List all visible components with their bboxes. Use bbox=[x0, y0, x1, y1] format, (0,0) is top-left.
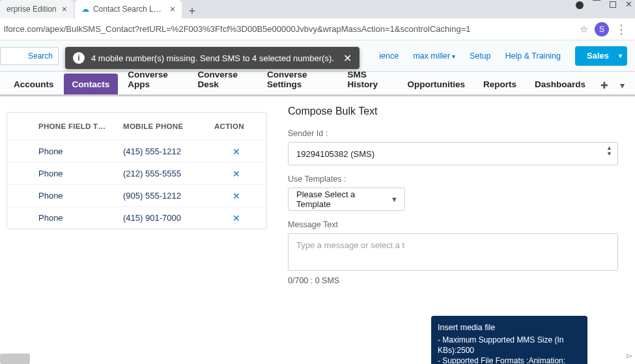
cell-type: Phone bbox=[35, 147, 119, 156]
browser-tab-strip: erprise Edition × ☁ Contact Search Layou… bbox=[0, 0, 635, 18]
close-icon[interactable]: × bbox=[62, 4, 67, 14]
template-select[interactable]: Please Select a Template ▼ bbox=[288, 188, 405, 211]
spinner-icon[interactable]: ▲▼ bbox=[606, 145, 612, 157]
grid-header: PHONE FIELD T… MOBILE PHONE ACTION bbox=[7, 113, 266, 140]
sender-id-select[interactable]: 19294105382 (SMS) ▲▼ bbox=[288, 142, 618, 165]
remove-row-button[interactable]: ✕ bbox=[210, 191, 262, 201]
cell-type: Phone bbox=[35, 169, 119, 178]
header-link-setup[interactable]: Setup bbox=[470, 51, 491, 61]
header-links: ience max miller Setup Help & Training S… bbox=[379, 46, 627, 66]
info-icon: i bbox=[73, 52, 85, 64]
window-minimize-icon[interactable] bbox=[593, 0, 600, 1]
global-search[interactable]: Search bbox=[0, 47, 59, 65]
table-row: Phone (212) 555-5555 ✕ bbox=[7, 162, 266, 184]
cell-mobile: (905) 555-1212 bbox=[119, 191, 210, 201]
col-phone-field[interactable]: PHONE FIELD T… bbox=[35, 122, 119, 130]
tab-contacts[interactable]: Contacts bbox=[64, 74, 119, 94]
browser-menu-icon[interactable]: ⋮ bbox=[613, 22, 630, 36]
app-switcher-label: Sales bbox=[587, 51, 609, 61]
tooltip-title: Insert media file bbox=[438, 322, 581, 333]
character-counter: 0/700 : 0 SMS bbox=[288, 276, 618, 285]
table-row: Phone (905) 555-1212 ✕ bbox=[7, 184, 266, 206]
col-action: ACTION bbox=[210, 122, 262, 130]
window-controls: ✕ bbox=[576, 1, 632, 9]
header-link-help[interactable]: Help & Training bbox=[505, 51, 561, 61]
tab-accounts[interactable]: Accounts bbox=[5, 74, 63, 94]
header-link-experience[interactable]: ience bbox=[379, 51, 399, 61]
cell-mobile: (415) 555-1212 bbox=[119, 147, 210, 156]
contacts-panel: PHONE FIELD T… MOBILE PHONE ACTION Phone… bbox=[0, 96, 274, 364]
address-bar: lforce.com/apex/BulkSMS_Contact?retURL=%… bbox=[0, 18, 635, 40]
message-label: Message Text bbox=[288, 220, 618, 229]
toast-text: 4 mobile number(s) missing. Send SMS to … bbox=[91, 53, 334, 63]
window-maximize-icon[interactable] bbox=[610, 1, 616, 8]
cloud-icon: ☁ bbox=[81, 5, 89, 14]
col-mobile-phone[interactable]: MOBILE PHONE bbox=[119, 122, 210, 130]
horizontal-scrollbar[interactable] bbox=[0, 354, 30, 364]
search-label: Search bbox=[28, 51, 53, 61]
template-value: Please Select a Template bbox=[296, 189, 388, 209]
media-tooltip: Insert media file - Maximum Supported MM… bbox=[431, 316, 587, 364]
message-textarea[interactable]: Type a message or select a t bbox=[288, 233, 618, 271]
table-row: Phone (415) 901-7000 ✕ bbox=[7, 206, 266, 229]
tab-dashboards[interactable]: Dashboards bbox=[526, 74, 594, 94]
bookmark-star-icon[interactable]: ☆ bbox=[580, 23, 588, 35]
tooltip-line1: - Maximum Supported MMS Size (In KBs):25… bbox=[438, 335, 581, 356]
extension-icon[interactable] bbox=[576, 1, 584, 9]
chevron-down-icon: ▼ bbox=[391, 195, 398, 203]
close-icon[interactable]: ✕ bbox=[343, 52, 352, 64]
header-user-menu[interactable]: max miller bbox=[413, 51, 455, 61]
browser-tab-1-title: Contact Search Layouts ~ Salesfo bbox=[93, 5, 165, 14]
remove-row-button[interactable]: ✕ bbox=[210, 213, 262, 223]
object-tab-bar: Accounts Contacts Converse Apps Converse… bbox=[0, 72, 635, 96]
scroll-right-arrow[interactable]: ▻ bbox=[624, 351, 635, 360]
close-icon[interactable]: × bbox=[170, 4, 175, 14]
window-close-icon[interactable]: ✕ bbox=[625, 1, 632, 9]
remove-row-button[interactable]: ✕ bbox=[210, 147, 262, 157]
sender-id-value: 19294105382 (SMS) bbox=[296, 149, 374, 159]
url-field[interactable]: lforce.com/apex/BulkSMS_Contact?retURL=%… bbox=[0, 24, 573, 34]
cell-mobile: (415) 901-7000 bbox=[119, 213, 210, 223]
table-row: Phone (415) 555-1212 ✕ bbox=[7, 140, 266, 162]
tab-reports[interactable]: Reports bbox=[475, 74, 525, 94]
cell-type: Phone bbox=[35, 213, 119, 223]
contacts-grid: PHONE FIELD T… MOBILE PHONE ACTION Phone… bbox=[7, 112, 267, 229]
templates-label: Use Templates : bbox=[288, 175, 618, 184]
app-switcher-button[interactable]: Sales bbox=[575, 46, 627, 66]
message-placeholder: Type a message or select a t bbox=[296, 240, 404, 250]
remove-row-button[interactable]: ✕ bbox=[210, 169, 262, 179]
new-tab-button[interactable]: + bbox=[183, 5, 201, 18]
compose-title: Compose Bulk Text bbox=[288, 105, 618, 117]
browser-tab-0-title: erprise Edition bbox=[7, 5, 57, 14]
app-header: Search i 4 mobile number(s) missing. Sen… bbox=[0, 40, 635, 72]
more-tabs-icon[interactable]: ▾ bbox=[615, 76, 630, 94]
sender-id-label: Sender Id : bbox=[288, 129, 618, 138]
add-tab-icon[interactable]: ✚ bbox=[595, 76, 614, 94]
browser-tab-1[interactable]: ☁ Contact Search Layouts ~ Salesfo × bbox=[75, 0, 182, 18]
browser-tab-0[interactable]: erprise Edition × bbox=[0, 0, 74, 18]
tab-opportunities[interactable]: Opportunities bbox=[399, 74, 473, 94]
tooltip-line2: - Supported File Formats :Animation:(gif… bbox=[438, 356, 581, 364]
cell-type: Phone bbox=[35, 191, 119, 201]
profile-avatar[interactable]: S bbox=[595, 22, 609, 36]
page-content: PHONE FIELD T… MOBILE PHONE ACTION Phone… bbox=[0, 96, 635, 364]
cell-mobile: (212) 555-5555 bbox=[119, 169, 210, 178]
toast-notification: i 4 mobile number(s) missing. Send SMS t… bbox=[65, 47, 360, 69]
